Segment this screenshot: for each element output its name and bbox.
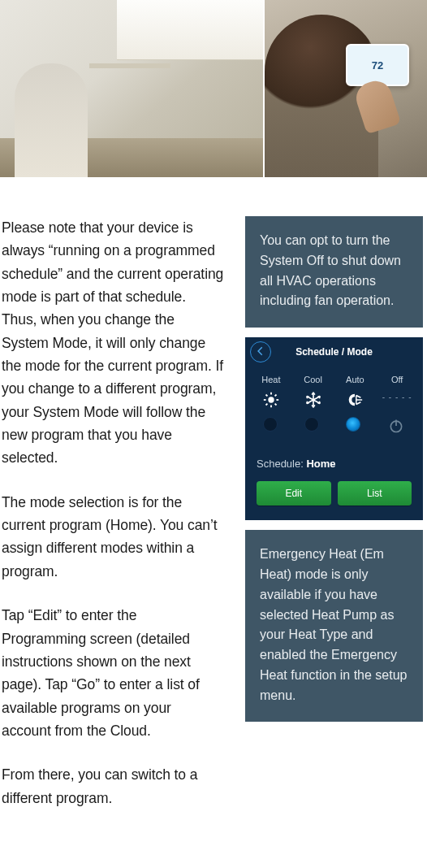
mode-cool[interactable]: Cool <box>292 375 334 410</box>
note-text: Emergency Heat (Em Heat) mode is only av… <box>260 547 407 702</box>
paragraph: From there, you can switch to a differen… <box>2 763 224 809</box>
mode-label: Heat <box>250 375 292 384</box>
note-text: You can opt to turn the System Off to sh… <box>260 233 401 307</box>
svg-line-13 <box>356 396 361 398</box>
svg-line-7 <box>265 404 267 406</box>
schedule-value: Home <box>306 458 335 470</box>
svg-line-8 <box>274 395 276 397</box>
power-icon[interactable] <box>387 417 405 435</box>
arrow-left-icon <box>255 345 266 359</box>
mode-label: Auto <box>334 375 377 384</box>
mode-off[interactable]: Off - - - - - <box>376 375 418 410</box>
note-emergency-heat: Emergency Heat (Em Heat) mode is only av… <box>245 530 423 722</box>
snowflake-icon <box>303 389 324 410</box>
svg-point-0 <box>268 397 274 403</box>
paragraph: Please note that your device is always “… <box>2 216 224 470</box>
edit-button[interactable]: Edit <box>257 481 331 506</box>
mode-heat[interactable]: Heat <box>250 375 292 410</box>
mode-auto[interactable]: Auto <box>334 375 377 410</box>
svg-line-14 <box>356 402 361 405</box>
thermostat-reading: 72 <box>372 59 383 72</box>
svg-line-5 <box>265 395 267 397</box>
screen-title: Schedule / Mode <box>245 346 423 358</box>
svg-line-6 <box>274 404 276 406</box>
paragraph: Tap “Edit” to enter the Programming scre… <box>2 604 224 742</box>
hero-left-photo <box>0 0 263 177</box>
hero-image: 72 <box>0 0 427 177</box>
mode-radio-auto[interactable] <box>346 417 360 432</box>
thermostat-device: 72 <box>346 44 409 86</box>
schedule-label: Schedule: <box>257 458 304 470</box>
sun-icon <box>261 389 282 410</box>
note-system-off: You can opt to turn the System Off to sh… <box>245 216 423 328</box>
schedule-row: Schedule: Home <box>245 446 423 473</box>
paragraph: The mode selection is for the current pr… <box>2 491 224 583</box>
list-button[interactable]: List <box>338 481 412 506</box>
sun-snowflake-icon <box>344 389 365 410</box>
hero-right-photo: 72 <box>265 0 427 177</box>
mode-radio-heat[interactable] <box>263 417 278 432</box>
body-text-column: Please note that your device is always “… <box>0 216 235 831</box>
mode-label: Cool <box>292 375 334 384</box>
mode-label: Off <box>376 375 418 384</box>
mode-radio-cool[interactable] <box>304 417 319 432</box>
thermostat-screenshot: Schedule / Mode Heat Cool Auto <box>245 337 423 520</box>
off-placeholder: - - - - - <box>376 393 418 401</box>
back-button[interactable] <box>250 341 271 362</box>
